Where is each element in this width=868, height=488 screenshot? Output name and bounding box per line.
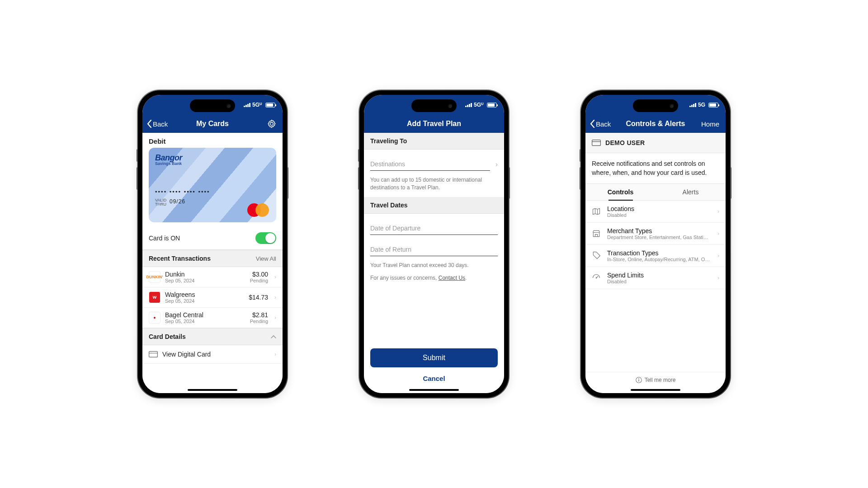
user-name: DEMO USER — [605, 139, 645, 146]
control-row-transaction-types[interactable]: Transaction Types In-Store, Online, Auto… — [585, 245, 726, 267]
chevron-right-icon: › — [717, 275, 719, 281]
tabs: Controls Alerts — [585, 183, 726, 201]
card-details-header[interactable]: Card Details — [142, 328, 283, 345]
card-icon — [592, 140, 601, 146]
submit-button[interactable]: Submit — [370, 348, 498, 367]
home-indicator[interactable] — [631, 389, 680, 391]
travel-dates-header: Travel Dates — [364, 197, 504, 214]
contact-helper: For any issues or concerns, Contact Us. — [364, 274, 504, 287]
transaction-amount: $14.73 — [249, 294, 268, 301]
chevron-right-icon: › — [274, 274, 276, 280]
tell-me-more-link[interactable]: Tell me more — [585, 372, 726, 383]
merchant-icon: W — [149, 291, 160, 303]
merchant-name: Dunkin — [165, 271, 245, 278]
control-subtitle: Disabled — [607, 279, 710, 284]
dynamic-island — [190, 99, 235, 112]
page-title: My Cards — [196, 120, 229, 128]
chevron-left-icon — [147, 120, 152, 128]
mastercard-logo — [247, 203, 269, 217]
phone-controls-alerts: 5G Back Controls & Alerts Home DEMO USER… — [581, 90, 730, 398]
transaction-amount: $3.00 — [250, 271, 268, 278]
card-icon — [149, 351, 158, 357]
nav-bar: Back My Cards — [142, 115, 283, 133]
transaction-row[interactable]: W Walgreens Sep 05, 2024 $14.73 › — [142, 287, 283, 308]
control-row-spend-limits[interactable]: Spend Limits Disabled › — [585, 267, 726, 289]
card-expiry: 09/26 — [170, 198, 185, 205]
battery-icon — [265, 103, 275, 108]
view-digital-label: View Digital Card — [162, 351, 268, 358]
map-icon — [592, 207, 602, 216]
transaction-row[interactable]: DUNKIN' Dunkin Sep 05, 2024 $3.00 Pendin… — [142, 267, 283, 287]
transaction-row[interactable]: ● Bagel Central Sep 05, 2024 $2.81 Pendi… — [142, 308, 283, 328]
tab-controls[interactable]: Controls — [585, 184, 656, 200]
chevron-up-icon — [271, 335, 276, 338]
svg-rect-0 — [149, 352, 158, 357]
back-button[interactable]: Back — [590, 120, 611, 128]
cancel-button[interactable]: Cancel — [364, 370, 504, 387]
back-button[interactable]: Back — [147, 120, 168, 128]
chevron-left-icon — [590, 120, 595, 128]
contact-us-link[interactable]: Contact Us — [439, 275, 465, 281]
merchant-name: Bagel Central — [165, 311, 245, 319]
date-departure-input[interactable] — [370, 222, 498, 235]
chevron-right-icon: › — [717, 253, 719, 259]
settings-button[interactable] — [267, 119, 276, 128]
network-label: 5Gᵁ — [474, 102, 484, 108]
chevron-right-icon: › — [717, 230, 719, 237]
home-indicator[interactable] — [188, 389, 237, 391]
store-icon — [592, 229, 602, 238]
control-row-merchant-types[interactable]: Merchant Types Department Store, Enterta… — [585, 223, 726, 245]
tag-icon — [592, 251, 602, 260]
gauge-icon — [592, 273, 602, 282]
merchant-icon: ● — [149, 312, 160, 324]
traveling-to-header: Traveling To — [364, 133, 504, 150]
info-icon — [636, 377, 642, 383]
chevron-right-icon: › — [717, 208, 719, 215]
signal-icon — [465, 103, 472, 107]
transaction-date: Sep 05, 2024 — [165, 298, 244, 304]
tab-alerts[interactable]: Alerts — [656, 184, 726, 200]
bank-logo: BangorSavings Bank — [155, 153, 182, 166]
home-indicator[interactable] — [409, 389, 459, 391]
svg-rect-2 — [592, 140, 601, 146]
transaction-date: Sep 05, 2024 — [165, 278, 245, 283]
network-label: 5Gᵁ — [252, 102, 262, 108]
card-type-label: Debit — [142, 133, 283, 148]
battery-icon — [708, 103, 718, 108]
dynamic-island — [411, 99, 457, 112]
control-row-locations[interactable]: Locations Disabled › — [585, 201, 726, 223]
phone-my-cards: 5Gᵁ Back My Cards Debit BangorSavings Ba… — [138, 90, 287, 398]
svg-point-5 — [638, 378, 639, 379]
view-all-link[interactable]: View All — [256, 255, 276, 262]
recent-transactions-header: Recent Transactions View All — [142, 250, 283, 267]
phone-travel-plan: 5Gᵁ Add Travel Plan Traveling To › You c… — [359, 90, 509, 398]
destinations-helper: You can add up to 15 domestic or interna… — [364, 171, 504, 197]
card-on-toggle[interactable] — [255, 232, 276, 244]
user-row: DEMO USER — [585, 133, 726, 153]
chevron-right-icon: › — [274, 294, 276, 300]
description-text: Receive notifications and set controls o… — [585, 153, 726, 183]
card-on-row: Card is ON — [142, 227, 283, 250]
chevron-right-icon: › — [495, 160, 498, 169]
home-button[interactable]: Home — [701, 120, 719, 128]
view-digital-card-row[interactable]: View Digital Card › — [142, 345, 283, 364]
merchant-icon: DUNKIN' — [149, 271, 160, 283]
debit-card-image[interactable]: BangorSavings Bank •••• •••• •••• •••• V… — [149, 148, 276, 222]
nav-bar: Add Travel Plan — [364, 115, 504, 133]
transaction-status: Pending — [250, 278, 268, 283]
battery-icon — [487, 103, 497, 108]
chevron-right-icon: › — [274, 314, 276, 321]
control-subtitle: Department Store, Entertainment, Gas Sta… — [607, 235, 710, 240]
date-return-input[interactable] — [370, 243, 498, 256]
back-label: Back — [596, 120, 611, 128]
signal-icon — [689, 103, 696, 107]
control-title: Locations — [607, 205, 710, 212]
transaction-status: Pending — [250, 319, 268, 324]
valid-thru-label: VALID THRU — [155, 198, 166, 206]
control-title: Transaction Types — [607, 249, 710, 257]
control-subtitle: Disabled — [607, 212, 710, 218]
gear-icon — [267, 119, 276, 128]
destinations-input[interactable] — [370, 158, 490, 171]
page-title: Add Travel Plan — [407, 120, 461, 128]
network-label: 5G — [698, 102, 705, 108]
